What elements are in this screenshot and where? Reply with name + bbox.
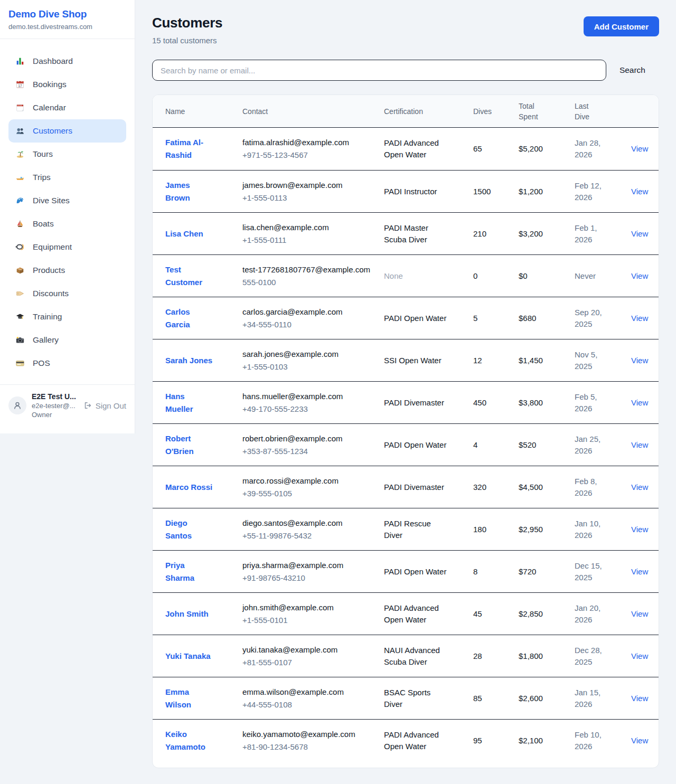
sidebar-item-products[interactable]: Products bbox=[8, 259, 126, 282]
view-customer-link[interactable]: View bbox=[631, 483, 648, 492]
sign-out-button[interactable]: Sign Out bbox=[83, 401, 126, 410]
name-cell: Carlos Garcia bbox=[165, 306, 242, 331]
contact-cell: sarah.jones@example.com+1-555-0103 bbox=[242, 348, 384, 373]
view-customer-link[interactable]: View bbox=[631, 525, 648, 534]
sidebar-item-label: Tours bbox=[33, 149, 53, 159]
name-cell: James Brown bbox=[165, 179, 242, 204]
sidebar-item-tours[interactable]: Tours bbox=[8, 143, 126, 166]
last-dive-cell: Dec 15, 2025 bbox=[575, 560, 631, 583]
view-customer-link[interactable]: View bbox=[631, 144, 648, 153]
customer-email: lisa.chen@example.com bbox=[242, 222, 372, 233]
certification-cell: PADI Rescue Diver bbox=[384, 518, 473, 541]
customer-email: keiko.yamamoto@example.com bbox=[242, 729, 372, 740]
column-header-name: Name bbox=[165, 106, 242, 117]
customer-email: sarah.jones@example.com bbox=[242, 348, 372, 360]
table-row: Sarah Jonessarah.jones@example.com+1-555… bbox=[153, 339, 659, 381]
sidebar-item-gallery[interactable]: Gallery bbox=[8, 328, 126, 352]
sidebar-item-label: Bookings bbox=[33, 80, 67, 89]
camera-icon bbox=[15, 335, 25, 345]
customer-phone: +39-555-0105 bbox=[242, 488, 372, 499]
sidebar-item-dive-sites[interactable]: Dive Sites bbox=[8, 189, 126, 212]
contact-cell: lisa.chen@example.com+1-555-0111 bbox=[242, 222, 384, 246]
table-row: Lisa Chenlisa.chen@example.com+1-555-011… bbox=[153, 212, 659, 254]
view-customer-link[interactable]: View bbox=[631, 694, 648, 703]
customer-name-link[interactable]: Carlos Garcia bbox=[165, 306, 214, 331]
last-dive-cell: Feb 8, 2026 bbox=[575, 476, 631, 499]
view-customer-link[interactable]: View bbox=[631, 609, 648, 618]
sidebar-item-equipment[interactable]: Equipment bbox=[8, 235, 126, 259]
customer-name-link[interactable]: Yuki Tanaka bbox=[165, 650, 211, 663]
view-customer-link[interactable]: View bbox=[631, 567, 648, 576]
last-dive-cell: Jan 10, 2026 bbox=[575, 518, 631, 541]
sidebar-item-bookings[interactable]: 17Bookings bbox=[8, 73, 126, 96]
graduation-cap-icon bbox=[15, 311, 25, 322]
add-customer-button[interactable]: Add Customer bbox=[584, 16, 659, 36]
view-customer-link[interactable]: View bbox=[631, 229, 648, 238]
actions-cell: View bbox=[631, 481, 648, 493]
view-customer-link[interactable]: View bbox=[631, 736, 648, 745]
name-cell: Robert O'Brien bbox=[165, 432, 242, 458]
customer-name-link[interactable]: Hans Mueller bbox=[165, 390, 214, 415]
customer-phone: +49-170-555-2233 bbox=[242, 403, 372, 415]
sidebar-item-training[interactable]: Training bbox=[8, 305, 126, 328]
search-input[interactable] bbox=[152, 60, 606, 81]
customer-email: emma.wilson@example.com bbox=[242, 686, 372, 698]
customer-name-link[interactable]: James Brown bbox=[165, 179, 214, 204]
view-customer-link[interactable]: View bbox=[631, 187, 648, 196]
sidebar-item-discounts[interactable]: Discounts bbox=[8, 282, 126, 305]
brand-title[interactable]: Demo Dive Shop bbox=[8, 8, 126, 20]
customer-phone: +353-87-555-1234 bbox=[242, 446, 372, 457]
search-button[interactable]: Search bbox=[606, 65, 659, 75]
name-cell: Hans Mueller bbox=[165, 390, 242, 415]
certification-cell: PADI Master Scuba Diver bbox=[384, 222, 473, 245]
customer-phone: +34-555-0110 bbox=[242, 319, 372, 330]
table-row: Test Customertest-1772681807767@example.… bbox=[153, 254, 659, 297]
sidebar-item-dashboard[interactable]: Dashboard bbox=[8, 50, 126, 73]
contact-cell: robert.obrien@example.com+353-87-555-123… bbox=[242, 433, 384, 457]
customer-name-link[interactable]: Fatima Al-Rashid bbox=[165, 136, 214, 162]
sailboat-icon bbox=[15, 219, 25, 229]
total-spent-cell: $5,200 bbox=[519, 143, 575, 155]
total-spent-cell: $3,200 bbox=[519, 228, 575, 240]
user-info: E2E Test U... e2e-tester@... Owner bbox=[32, 392, 78, 419]
certification-cell: PADI Divemaster bbox=[384, 397, 473, 409]
view-customer-link[interactable]: View bbox=[631, 356, 648, 365]
sidebar-item-calendar[interactable]: Calendar bbox=[8, 96, 126, 119]
sidebar-nav: Dashboard17BookingsCalendarCustomersTour… bbox=[0, 39, 135, 382]
view-customer-link[interactable]: View bbox=[631, 651, 648, 660]
table-row: John Smithjohn.smith@example.com+1-555-0… bbox=[153, 592, 659, 635]
customer-count: 15 total customers bbox=[152, 36, 222, 45]
view-customer-link[interactable]: View bbox=[631, 440, 648, 449]
sidebar-item-boats[interactable]: Boats bbox=[8, 212, 126, 235]
sidebar-item-trips[interactable]: Trips bbox=[8, 166, 126, 189]
customer-name-link[interactable]: Marco Rossi bbox=[165, 481, 212, 494]
name-cell: Lisa Chen bbox=[165, 228, 242, 240]
certification-cell: PADI Divemaster bbox=[384, 481, 473, 493]
customer-email: john.smith@example.com bbox=[242, 602, 372, 613]
customer-phone: +81-555-0107 bbox=[242, 657, 372, 668]
customer-name-link[interactable]: Priya Sharma bbox=[165, 559, 214, 584]
customer-email: priya.sharma@example.com bbox=[242, 560, 372, 571]
sidebar-item-pos[interactable]: POS bbox=[8, 352, 126, 375]
customer-name-link[interactable]: Keiko Yamamoto bbox=[165, 728, 214, 753]
customer-name-link[interactable]: Sarah Jones bbox=[165, 354, 212, 367]
customer-name-link[interactable]: Lisa Chen bbox=[165, 228, 203, 240]
customer-name-link[interactable]: Robert O'Brien bbox=[165, 432, 214, 458]
sidebar-item-label: Products bbox=[33, 266, 65, 275]
view-customer-link[interactable]: View bbox=[631, 271, 648, 280]
view-customer-link[interactable]: View bbox=[631, 398, 648, 407]
bar-chart-icon bbox=[15, 56, 25, 67]
sidebar-item-customers[interactable]: Customers bbox=[8, 119, 126, 143]
dives-cell: 45 bbox=[473, 608, 519, 620]
name-cell: John Smith bbox=[165, 608, 242, 620]
customer-name-link[interactable]: John Smith bbox=[165, 608, 209, 620]
customer-email: hans.mueller@example.com bbox=[242, 391, 372, 402]
customer-name-link[interactable]: Emma Wilson bbox=[165, 686, 214, 711]
last-dive-cell: Dec 28, 2025 bbox=[575, 645, 631, 668]
sidebar-item-label: Discounts bbox=[33, 289, 69, 298]
view-customer-link[interactable]: View bbox=[631, 314, 648, 323]
customer-email: test-1772681807767@example.com bbox=[242, 264, 372, 276]
tearoff-calendar-icon bbox=[15, 102, 25, 113]
customer-name-link[interactable]: Test Customer bbox=[165, 263, 214, 289]
customer-name-link[interactable]: Diego Santos bbox=[165, 517, 214, 542]
